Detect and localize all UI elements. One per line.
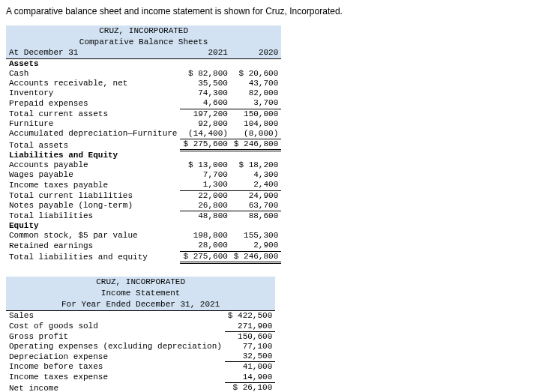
bs-date-label: At December 31 — [6, 48, 180, 58]
row-opex: Operating expenses (excluding depreciati… — [6, 342, 275, 352]
bs-liab-header: Liabilities and Equity — [6, 151, 180, 160]
row-cash: Cash$ 82,800$ 20,600 — [6, 69, 281, 79]
is-company: CRUZ, INCORPORATED — [6, 277, 275, 288]
row-furniture: Furniture92,800104,800 — [6, 119, 281, 129]
row-total-assets: Total assets$ 275,600$ 246,800 — [6, 139, 281, 151]
bs-assets-header: Assets — [6, 58, 180, 69]
row-notes-payable: Notes payable (long-term)26,80063,700 — [6, 201, 281, 211]
row-total-current-assets: Total current assets197,200150,000 — [6, 109, 281, 119]
row-total-current-liab: Total current liabilities22,00024,900 — [6, 190, 281, 201]
bs-year-2020: 2020 — [231, 48, 281, 58]
bs-title: Comparative Balance Sheets — [6, 37, 281, 48]
row-total-liab-equity: Total liabilities and equity$ 275,600$ 2… — [6, 251, 281, 262]
row-wages-payable: Wages payable7,7004,300 — [6, 170, 281, 180]
row-gross-profit: Gross profit150,600 — [6, 331, 275, 342]
balance-sheet: CRUZ, INCORPORATED Comparative Balance S… — [6, 25, 281, 264]
row-common-stock: Common stock, $5 par value198,800155,300 — [6, 231, 281, 241]
bs-equity-header: Equity — [6, 221, 180, 231]
row-inventory: Inventory74,30082,000 — [6, 88, 281, 98]
bs-company: CRUZ, INCORPORATED — [6, 25, 281, 37]
row-cogs: Cost of goods sold271,900 — [6, 322, 275, 332]
row-prepaid: Prepaid expenses4,6003,700 — [6, 98, 281, 109]
row-net-income: Net income$ 26,100 — [6, 382, 275, 392]
income-statement: CRUZ, INCORPORATED Income Statement For … — [6, 277, 275, 392]
row-retained-earnings: Retained earnings28,0002,900 — [6, 241, 281, 251]
row-sales: Sales$ 422,500 — [6, 311, 275, 322]
row-total-liab: Total liabilities48,80088,600 — [6, 211, 281, 221]
row-ar: Accounts receivable, net35,50043,700 — [6, 79, 281, 88]
is-period: For Year Ended December 31, 2021 — [6, 299, 275, 311]
row-income-taxes-payable: Income taxes payable1,3002,400 — [6, 180, 281, 190]
intro-text: A comparative balance sheet and income s… — [6, 6, 530, 16]
row-ap: Accounts payable$ 13,000$ 18,200 — [6, 160, 281, 170]
is-title: Income Statement — [6, 288, 275, 299]
row-dep-expense: Depreciation expense32,500 — [6, 352, 275, 362]
row-tax-expense: Income taxes expense14,900 — [6, 373, 275, 383]
row-income-before-taxes: Income before taxes41,000 — [6, 362, 275, 373]
row-accum-dep: Accumulated depreciation—Furniture(14,40… — [6, 129, 281, 139]
bs-year-2021: 2021 — [180, 48, 230, 58]
